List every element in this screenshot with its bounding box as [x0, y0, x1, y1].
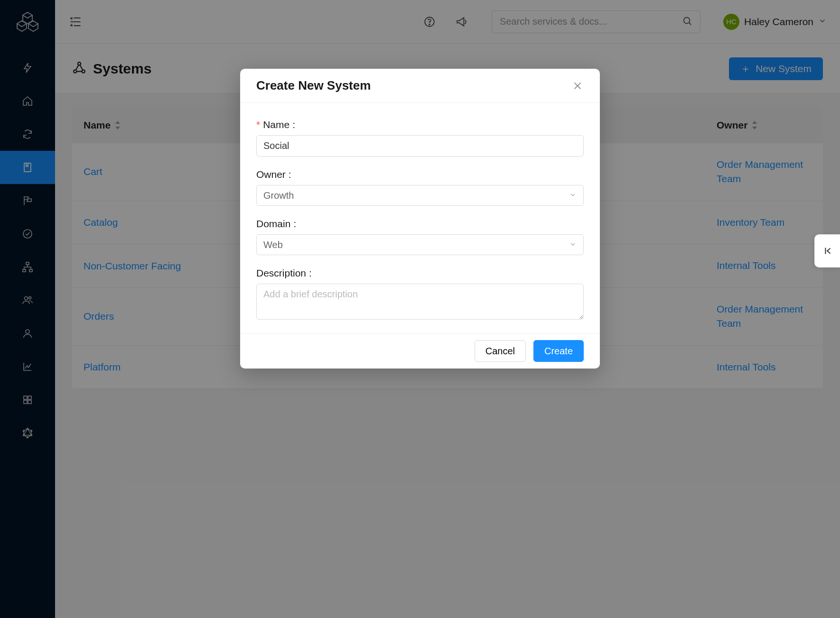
create-system-modal: Create New System *Name: Owner: Growth D… [240, 69, 600, 369]
domain-field-row: Domain: Web [256, 218, 584, 255]
description-field-row: Description: [256, 267, 584, 322]
panel-collapse-tab[interactable] [814, 234, 840, 267]
domain-label: Domain [256, 218, 290, 230]
description-label: Description [256, 267, 306, 279]
close-icon[interactable] [571, 80, 584, 92]
domain-select-value: Web [263, 240, 283, 250]
owner-label: Owner [256, 169, 286, 180]
modal-footer: Cancel Create [240, 333, 600, 369]
name-field-row: *Name: [256, 119, 584, 157]
chevron-down-icon [569, 190, 577, 201]
create-button[interactable]: Create [533, 340, 584, 362]
description-textarea[interactable] [256, 284, 584, 320]
owner-select[interactable]: Growth [256, 185, 584, 206]
name-input[interactable] [256, 135, 584, 157]
name-label: Name [263, 119, 289, 130]
owner-field-row: Owner: Growth [256, 169, 584, 206]
modal-title: Create New System [256, 78, 371, 93]
domain-select[interactable]: Web [256, 234, 584, 255]
chevron-down-icon [569, 240, 577, 250]
modal-header: Create New System [240, 69, 600, 103]
cancel-button[interactable]: Cancel [475, 340, 526, 362]
owner-select-value: Growth [263, 190, 294, 201]
modal-body: *Name: Owner: Growth Domain: Web Descrip… [240, 103, 600, 333]
required-marker: * [256, 119, 260, 130]
